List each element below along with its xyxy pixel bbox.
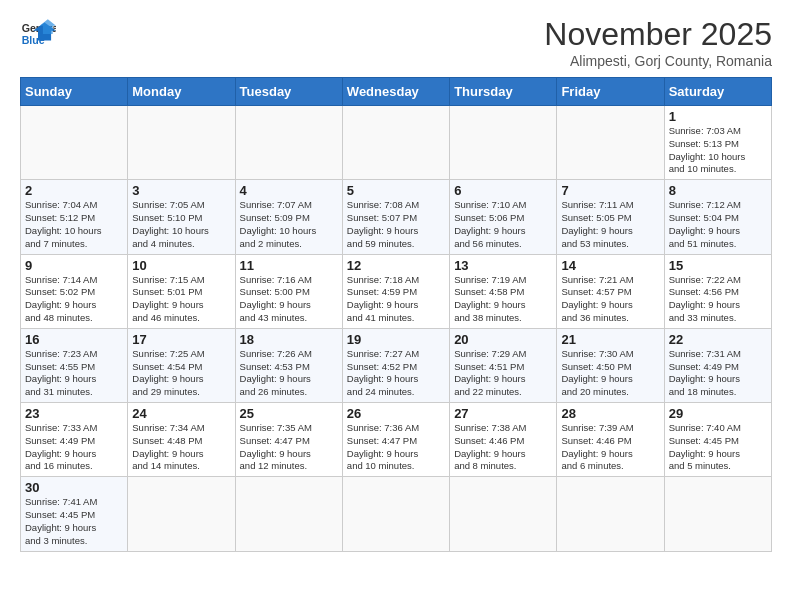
calendar-cell: 7Sunrise: 7:11 AM Sunset: 5:05 PM Daylig… [557,180,664,254]
weekday-header-sunday: Sunday [21,78,128,106]
calendar-cell: 12Sunrise: 7:18 AM Sunset: 4:59 PM Dayli… [342,254,449,328]
calendar-cell: 3Sunrise: 7:05 AM Sunset: 5:10 PM Daylig… [128,180,235,254]
day-number: 24 [132,406,230,421]
calendar-cell: 22Sunrise: 7:31 AM Sunset: 4:49 PM Dayli… [664,328,771,402]
day-number: 17 [132,332,230,347]
calendar-row-1: 2Sunrise: 7:04 AM Sunset: 5:12 PM Daylig… [21,180,772,254]
day-number: 23 [25,406,123,421]
day-number: 13 [454,258,552,273]
day-number: 15 [669,258,767,273]
weekday-header-saturday: Saturday [664,78,771,106]
day-number: 6 [454,183,552,198]
day-number: 25 [240,406,338,421]
calendar-cell: 28Sunrise: 7:39 AM Sunset: 4:46 PM Dayli… [557,403,664,477]
calendar-cell [557,477,664,551]
calendar-cell: 19Sunrise: 7:27 AM Sunset: 4:52 PM Dayli… [342,328,449,402]
day-number: 8 [669,183,767,198]
weekday-header-tuesday: Tuesday [235,78,342,106]
calendar-cell [235,106,342,180]
day-info: Sunrise: 7:27 AM Sunset: 4:52 PM Dayligh… [347,348,445,399]
day-info: Sunrise: 7:40 AM Sunset: 4:45 PM Dayligh… [669,422,767,473]
day-info: Sunrise: 7:29 AM Sunset: 4:51 PM Dayligh… [454,348,552,399]
day-info: Sunrise: 7:33 AM Sunset: 4:49 PM Dayligh… [25,422,123,473]
day-info: Sunrise: 7:18 AM Sunset: 4:59 PM Dayligh… [347,274,445,325]
location-subtitle: Alimpesti, Gorj County, Romania [544,53,772,69]
day-number: 20 [454,332,552,347]
calendar-cell [128,106,235,180]
day-number: 9 [25,258,123,273]
weekday-header-friday: Friday [557,78,664,106]
day-info: Sunrise: 7:23 AM Sunset: 4:55 PM Dayligh… [25,348,123,399]
calendar-cell: 24Sunrise: 7:34 AM Sunset: 4:48 PM Dayli… [128,403,235,477]
calendar-row-2: 9Sunrise: 7:14 AM Sunset: 5:02 PM Daylig… [21,254,772,328]
calendar-cell: 30Sunrise: 7:41 AM Sunset: 4:45 PM Dayli… [21,477,128,551]
day-number: 12 [347,258,445,273]
calendar-cell: 21Sunrise: 7:30 AM Sunset: 4:50 PM Dayli… [557,328,664,402]
day-number: 1 [669,109,767,124]
day-info: Sunrise: 7:03 AM Sunset: 5:13 PM Dayligh… [669,125,767,176]
day-info: Sunrise: 7:31 AM Sunset: 4:49 PM Dayligh… [669,348,767,399]
day-info: Sunrise: 7:34 AM Sunset: 4:48 PM Dayligh… [132,422,230,473]
day-info: Sunrise: 7:22 AM Sunset: 4:56 PM Dayligh… [669,274,767,325]
calendar-cell: 6Sunrise: 7:10 AM Sunset: 5:06 PM Daylig… [450,180,557,254]
day-number: 5 [347,183,445,198]
calendar-cell: 23Sunrise: 7:33 AM Sunset: 4:49 PM Dayli… [21,403,128,477]
day-number: 11 [240,258,338,273]
calendar-cell: 20Sunrise: 7:29 AM Sunset: 4:51 PM Dayli… [450,328,557,402]
day-info: Sunrise: 7:08 AM Sunset: 5:07 PM Dayligh… [347,199,445,250]
day-info: Sunrise: 7:04 AM Sunset: 5:12 PM Dayligh… [25,199,123,250]
day-info: Sunrise: 7:14 AM Sunset: 5:02 PM Dayligh… [25,274,123,325]
calendar-cell: 10Sunrise: 7:15 AM Sunset: 5:01 PM Dayli… [128,254,235,328]
calendar-cell [235,477,342,551]
day-number: 2 [25,183,123,198]
calendar-cell: 13Sunrise: 7:19 AM Sunset: 4:58 PM Dayli… [450,254,557,328]
day-number: 30 [25,480,123,495]
calendar-cell: 11Sunrise: 7:16 AM Sunset: 5:00 PM Dayli… [235,254,342,328]
weekday-header-monday: Monday [128,78,235,106]
day-number: 7 [561,183,659,198]
day-info: Sunrise: 7:30 AM Sunset: 4:50 PM Dayligh… [561,348,659,399]
day-info: Sunrise: 7:35 AM Sunset: 4:47 PM Dayligh… [240,422,338,473]
day-number: 19 [347,332,445,347]
day-number: 16 [25,332,123,347]
day-info: Sunrise: 7:12 AM Sunset: 5:04 PM Dayligh… [669,199,767,250]
calendar-cell: 26Sunrise: 7:36 AM Sunset: 4:47 PM Dayli… [342,403,449,477]
day-info: Sunrise: 7:21 AM Sunset: 4:57 PM Dayligh… [561,274,659,325]
calendar-cell: 5Sunrise: 7:08 AM Sunset: 5:07 PM Daylig… [342,180,449,254]
day-info: Sunrise: 7:41 AM Sunset: 4:45 PM Dayligh… [25,496,123,547]
calendar-row-5: 30Sunrise: 7:41 AM Sunset: 4:45 PM Dayli… [21,477,772,551]
day-info: Sunrise: 7:39 AM Sunset: 4:46 PM Dayligh… [561,422,659,473]
day-number: 3 [132,183,230,198]
day-info: Sunrise: 7:19 AM Sunset: 4:58 PM Dayligh… [454,274,552,325]
calendar-cell: 1Sunrise: 7:03 AM Sunset: 5:13 PM Daylig… [664,106,771,180]
weekday-header-wednesday: Wednesday [342,78,449,106]
calendar-cell: 4Sunrise: 7:07 AM Sunset: 5:09 PM Daylig… [235,180,342,254]
day-number: 10 [132,258,230,273]
day-info: Sunrise: 7:26 AM Sunset: 4:53 PM Dayligh… [240,348,338,399]
calendar-cell: 2Sunrise: 7:04 AM Sunset: 5:12 PM Daylig… [21,180,128,254]
page: General Blue November 2025 Alimpesti, Go… [0,0,792,562]
generalblue-logo-icon: General Blue [20,16,56,52]
header: General Blue November 2025 Alimpesti, Go… [20,16,772,69]
calendar-cell: 29Sunrise: 7:40 AM Sunset: 4:45 PM Dayli… [664,403,771,477]
day-number: 28 [561,406,659,421]
logo: General Blue [20,16,60,52]
day-number: 14 [561,258,659,273]
calendar-cell: 17Sunrise: 7:25 AM Sunset: 4:54 PM Dayli… [128,328,235,402]
calendar-row-3: 16Sunrise: 7:23 AM Sunset: 4:55 PM Dayli… [21,328,772,402]
month-title: November 2025 [544,16,772,53]
day-info: Sunrise: 7:10 AM Sunset: 5:06 PM Dayligh… [454,199,552,250]
day-number: 22 [669,332,767,347]
weekday-header-row: SundayMondayTuesdayWednesdayThursdayFrid… [21,78,772,106]
title-block: November 2025 Alimpesti, Gorj County, Ro… [544,16,772,69]
day-info: Sunrise: 7:16 AM Sunset: 5:00 PM Dayligh… [240,274,338,325]
calendar-cell [664,477,771,551]
calendar-cell: 14Sunrise: 7:21 AM Sunset: 4:57 PM Dayli… [557,254,664,328]
day-info: Sunrise: 7:25 AM Sunset: 4:54 PM Dayligh… [132,348,230,399]
day-info: Sunrise: 7:11 AM Sunset: 5:05 PM Dayligh… [561,199,659,250]
calendar-table: SundayMondayTuesdayWednesdayThursdayFrid… [20,77,772,552]
day-number: 29 [669,406,767,421]
calendar-cell [342,106,449,180]
calendar-row-0: 1Sunrise: 7:03 AM Sunset: 5:13 PM Daylig… [21,106,772,180]
calendar-cell [557,106,664,180]
